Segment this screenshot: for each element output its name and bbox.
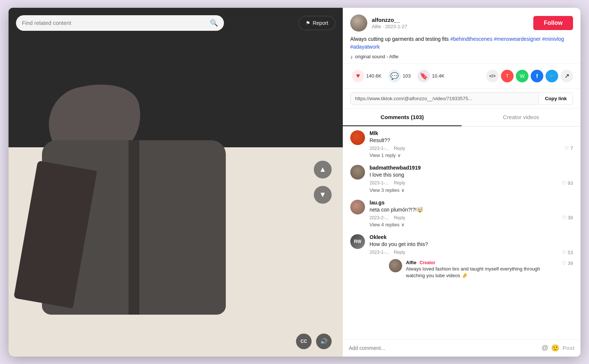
twitter-share-button[interactable]: 🐦 bbox=[546, 70, 558, 82]
facebook-share-button[interactable]: f bbox=[531, 70, 543, 82]
creator-reply-like[interactable]: ♡ 39 bbox=[562, 260, 573, 266]
video-panel: 🔍 ⚑ Report ▲ ▼ CC bbox=[9, 8, 343, 357]
bookmark-button[interactable]: 🔖 10.4K bbox=[416, 68, 446, 84]
emoji-icon: 🙂 bbox=[551, 344, 559, 352]
share-icons: </> T W f 🐦 ↗ bbox=[486, 70, 573, 82]
whatsapp-share-button[interactable]: W bbox=[516, 70, 528, 82]
comment-body-mlk: Mlk Result?? 2023-1-... Reply ♡ 7 View 1… bbox=[370, 130, 573, 158]
like-count: 93 bbox=[568, 180, 573, 186]
comment-like[interactable]: ♡ 38 bbox=[562, 215, 573, 220]
comment-item: badmatthewbad1919 I love this song 2023-… bbox=[350, 165, 573, 193]
like-count: 38 bbox=[568, 215, 573, 220]
volume-icon: 🔊 bbox=[320, 338, 328, 345]
comment-item: RW Okleek How do you get into this? 2023… bbox=[350, 234, 573, 279]
like-button[interactable]: ♥ 140.6K bbox=[350, 68, 383, 84]
user-row: alfonzzo__ Alfie · 2023-1-27 Follow bbox=[350, 14, 573, 32]
date-text: 2023-1-27 bbox=[385, 24, 407, 29]
avatar bbox=[350, 14, 367, 32]
comment-item: Mlk Result?? 2023-1-... Reply ♡ 7 View 1… bbox=[350, 130, 573, 158]
comment-icon: 💬 bbox=[388, 70, 401, 82]
comment-like[interactable]: ♡ 7 bbox=[564, 145, 573, 151]
view-replies-button[interactable]: View 1 reply ∨ bbox=[370, 153, 401, 158]
mention-icon: @ bbox=[541, 344, 548, 351]
reply-button[interactable]: Reply bbox=[394, 250, 405, 255]
comment-username[interactable]: lau.gs bbox=[370, 200, 573, 206]
tiktok-share-button[interactable]: T bbox=[501, 70, 514, 82]
reply-button[interactable]: Reply bbox=[394, 180, 405, 186]
comment-button[interactable]: 💬 103 bbox=[387, 68, 412, 84]
twitter-icon: 🐦 bbox=[549, 73, 555, 79]
tabs-row: Comments (103) Creator videos bbox=[343, 109, 580, 127]
search-bar-area: 🔍 ⚑ Report bbox=[9, 8, 343, 31]
creator-avatar bbox=[389, 259, 402, 272]
comments-list: Mlk Result?? 2023-1-... Reply ♡ 7 View 1… bbox=[343, 127, 580, 339]
chevron-down-icon: ▼ bbox=[319, 190, 326, 199]
nav-down-button[interactable]: ▼ bbox=[314, 186, 332, 204]
bookmark-icon: 🔖 bbox=[417, 70, 430, 82]
search-input[interactable] bbox=[22, 20, 206, 26]
bookmarks-count: 10.4K bbox=[432, 73, 445, 79]
comment-username[interactable]: Okleek bbox=[370, 234, 573, 240]
heart-icon: ♡ bbox=[562, 250, 566, 255]
search-icon-button[interactable]: 🔍 bbox=[210, 19, 218, 27]
reply-button[interactable]: Reply bbox=[394, 215, 405, 220]
creator-name-row: Alfie Creator bbox=[406, 259, 558, 266]
embed-button[interactable]: </> bbox=[486, 70, 499, 82]
comment-body-okl: Okleek How do you get into this? 2023-1-… bbox=[370, 234, 573, 279]
report-button[interactable]: ⚑ Report bbox=[299, 16, 335, 30]
link-input[interactable] bbox=[350, 92, 538, 105]
hashtag-4[interactable]: #adayatwork bbox=[350, 44, 380, 50]
like-count: 7 bbox=[570, 145, 573, 151]
mention-button[interactable]: @ bbox=[541, 344, 548, 352]
nav-up-button[interactable]: ▲ bbox=[314, 161, 332, 178]
volume-button[interactable]: 🔊 bbox=[316, 334, 332, 349]
sound-text: original sound - Alfie bbox=[355, 54, 398, 59]
captions-button[interactable]: CC bbox=[296, 334, 312, 349]
hashtag-1[interactable]: #behindthescenes bbox=[450, 36, 492, 42]
view-replies-label: View 1 reply bbox=[370, 153, 396, 158]
follow-button[interactable]: Follow bbox=[533, 16, 573, 30]
comments-panel: alfonzzo__ Alfie · 2023-1-27 Follow Alwa… bbox=[343, 8, 580, 357]
hashtag-2[interactable]: #mensweardesigner bbox=[494, 36, 541, 42]
comment-like[interactable]: ♡ 53 bbox=[562, 250, 573, 255]
user-info: alfonzzo__ Alfie · 2023-1-27 bbox=[350, 14, 407, 32]
view-replies-button[interactable]: View 4 replies ∨ bbox=[370, 222, 405, 227]
username[interactable]: alfonzzo__ bbox=[372, 17, 407, 23]
reply-button[interactable]: Reply bbox=[394, 146, 405, 151]
share-more-icon: ↗ bbox=[564, 72, 569, 79]
report-icon: ⚑ bbox=[306, 20, 310, 26]
hashtag-3[interactable]: #minivlog bbox=[542, 36, 564, 42]
heart-icon: ♡ bbox=[562, 180, 566, 186]
copy-link-button[interactable]: Copy link bbox=[538, 92, 573, 105]
sound-row: ♪ original sound - Alfie bbox=[350, 54, 573, 60]
heart-icon: ♡ bbox=[562, 260, 566, 266]
comment-input-row: @ 🙂 Post bbox=[343, 339, 580, 357]
view-replies-button[interactable]: View 3 replies ∨ bbox=[370, 187, 405, 193]
heart-icon: ♡ bbox=[564, 145, 569, 151]
comment-meta: 2023-1-... Reply ♡ 93 bbox=[370, 180, 573, 186]
comment-body-lau: lau.gs neta con plumón?!?!🤯 2023-2-... R… bbox=[370, 200, 573, 228]
more-share-button[interactable]: ↗ bbox=[560, 70, 573, 82]
creator-label: Creator bbox=[420, 260, 436, 265]
video-frame bbox=[9, 8, 343, 357]
tab-creator-videos[interactable]: Creator videos bbox=[462, 109, 580, 126]
whatsapp-icon: W bbox=[520, 73, 524, 79]
music-icon: ♪ bbox=[350, 54, 353, 60]
comment-date: 2023-2-... bbox=[370, 215, 388, 220]
tab-comments[interactable]: Comments (103) bbox=[343, 109, 462, 126]
creator-name[interactable]: Alfie bbox=[406, 260, 416, 265]
comment-like[interactable]: ♡ 93 bbox=[562, 180, 573, 186]
caption-text: Always cutting up garments and testing f… bbox=[350, 36, 450, 42]
comment-username[interactable]: Mlk bbox=[370, 130, 573, 136]
post-date: Alfie · 2023-1-27 bbox=[372, 24, 407, 29]
emoji-button[interactable]: 🙂 bbox=[551, 344, 559, 352]
comment-input[interactable] bbox=[349, 345, 538, 351]
user-details: alfonzzo__ Alfie · 2023-1-27 bbox=[372, 17, 407, 29]
comment-username[interactable]: badmatthewbad1919 bbox=[370, 165, 573, 171]
chevron-down-icon: ∨ bbox=[401, 222, 405, 227]
post-comment-button[interactable]: Post bbox=[562, 345, 575, 351]
creator-reply: Alfie Creator Always loved fashion bro a… bbox=[389, 259, 573, 279]
post-caption: Always cutting up garments and testing f… bbox=[350, 35, 573, 51]
comment-avatar-bad bbox=[350, 165, 365, 180]
comment-text: I love this song bbox=[370, 171, 573, 179]
